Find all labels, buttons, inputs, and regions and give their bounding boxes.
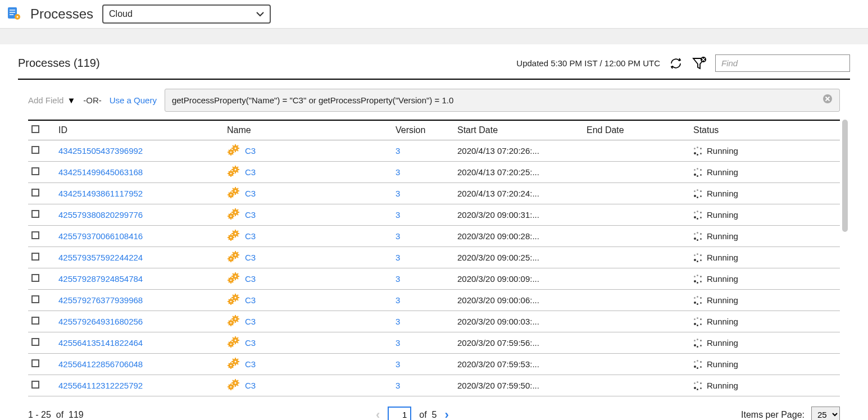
- spinner-icon: [693, 296, 702, 305]
- process-name-link[interactable]: C3: [245, 167, 256, 177]
- process-id-link[interactable]: 425579287924854784: [58, 274, 143, 284]
- process-version-link[interactable]: 3: [396, 274, 400, 284]
- find-input[interactable]: [715, 54, 850, 72]
- process-version-link[interactable]: 3: [396, 189, 400, 198]
- start-date: 2020/3/20 09:00:31:...: [454, 204, 583, 226]
- prev-page-button[interactable]: ‹: [376, 408, 380, 421]
- row-checkbox[interactable]: [31, 295, 39, 303]
- start-date: 2020/3/20 09:00:09:...: [454, 268, 583, 290]
- process-id-link[interactable]: 425564135141822464: [58, 338, 143, 348]
- end-date: [583, 204, 690, 226]
- process-id-link[interactable]: 425564122856706048: [58, 359, 143, 369]
- process-version-link[interactable]: 3: [396, 359, 400, 369]
- row-checkbox[interactable]: [31, 167, 39, 175]
- process-id-link[interactable]: 425579380820299776: [58, 210, 143, 220]
- row-checkbox[interactable]: [31, 317, 39, 325]
- of-pages-label: of 5: [419, 410, 437, 420]
- process-version-link[interactable]: 3: [396, 317, 400, 326]
- status-text: Running: [707, 317, 738, 326]
- process-version-link[interactable]: 3: [396, 253, 400, 262]
- status-text: Running: [707, 381, 738, 390]
- process-name-link[interactable]: C3: [245, 189, 256, 198]
- process-id-link[interactable]: 425579276377939968: [58, 295, 143, 305]
- process-version-link[interactable]: 3: [396, 146, 400, 156]
- processes-count: Processes (119): [18, 57, 100, 70]
- process-name-link[interactable]: C3: [245, 338, 256, 348]
- select-all-checkbox[interactable]: [31, 125, 39, 133]
- process-id-link[interactable]: 425579370066108416: [58, 231, 143, 241]
- row-checkbox[interactable]: [31, 338, 39, 346]
- status-text: Running: [707, 338, 738, 348]
- start-date: 2020/4/13 07:20:24:...: [454, 183, 583, 204]
- start-date: 2020/4/13 07:20:25:...: [454, 162, 583, 183]
- col-status[interactable]: Status: [690, 120, 840, 140]
- process-name-link[interactable]: C3: [245, 210, 256, 220]
- page-input[interactable]: [388, 407, 411, 420]
- process-name-link[interactable]: C3: [245, 253, 256, 262]
- scrollbar[interactable]: [842, 120, 848, 232]
- table-row: 434251493861117952 C3 3 2020/4/13 07:20:…: [28, 183, 840, 204]
- start-date: 2020/3/20 09:00:03:...: [454, 311, 583, 332]
- process-gears-icon: [227, 315, 240, 328]
- spinner-icon: [693, 275, 702, 284]
- status-text: Running: [707, 253, 738, 262]
- row-checkbox[interactable]: [31, 210, 39, 218]
- col-end[interactable]: End Date: [583, 120, 690, 140]
- process-name-link[interactable]: C3: [245, 359, 256, 369]
- start-date: 2020/3/20 09:00:06:...: [454, 290, 583, 311]
- col-name[interactable]: Name: [224, 120, 392, 140]
- row-checkbox[interactable]: [31, 381, 39, 389]
- use-query-link[interactable]: Use a Query: [110, 95, 157, 105]
- table-row: 425579276377939968 C3 3 2020/3/20 09:00:…: [28, 290, 840, 311]
- row-checkbox[interactable]: [31, 231, 39, 239]
- process-name-link[interactable]: C3: [245, 231, 256, 241]
- process-version-link[interactable]: 3: [396, 338, 400, 348]
- process-id-link[interactable]: 425564112312225792: [58, 381, 143, 390]
- col-version[interactable]: Version: [392, 120, 454, 140]
- process-id-link[interactable]: 434251499645063168: [58, 167, 143, 177]
- status-text: Running: [707, 295, 738, 305]
- start-date: 2020/3/20 09:00:25:...: [454, 247, 583, 268]
- col-id[interactable]: ID: [55, 120, 224, 140]
- process-version-link[interactable]: 3: [396, 210, 400, 220]
- process-id-link[interactable]: 434251493861117952: [58, 189, 143, 198]
- process-name-link[interactable]: C3: [245, 274, 256, 284]
- updated-timestamp: Updated 5:30 PM IST / 12:00 PM UTC: [516, 58, 660, 68]
- process-version-link[interactable]: 3: [396, 381, 400, 390]
- pager: ‹ of 5 ›: [376, 407, 449, 420]
- table-row: 425579287924854784 C3 3 2020/3/20 09:00:…: [28, 268, 840, 290]
- process-name-link[interactable]: C3: [245, 381, 256, 390]
- process-gears-icon: [227, 336, 240, 349]
- process-name-link[interactable]: C3: [245, 146, 256, 156]
- refresh-icon[interactable]: [669, 57, 683, 70]
- status-text: Running: [707, 359, 738, 369]
- next-page-button[interactable]: ›: [444, 408, 448, 421]
- col-start[interactable]: Start Date: [454, 120, 583, 140]
- row-checkbox[interactable]: [31, 189, 39, 197]
- process-version-link[interactable]: 3: [396, 295, 400, 305]
- process-version-link[interactable]: 3: [396, 231, 400, 241]
- process-name-link[interactable]: C3: [245, 317, 256, 326]
- table-row: 425579357592244224 C3 3 2020/3/20 09:00:…: [28, 247, 840, 268]
- items-per-page-select[interactable]: 25: [811, 407, 840, 420]
- process-gears-icon: [227, 251, 240, 264]
- process-name-link[interactable]: C3: [245, 295, 256, 305]
- process-id-link[interactable]: 425579357592244224: [58, 253, 143, 262]
- row-checkbox[interactable]: [31, 146, 39, 154]
- process-version-link[interactable]: 3: [396, 167, 400, 177]
- range-label: 1 - 25 of 119: [28, 410, 84, 420]
- add-field-button[interactable]: Add Field ▼: [28, 95, 75, 105]
- process-id-link[interactable]: 425579264931680256: [58, 317, 143, 326]
- process-id-link[interactable]: 434251505437396992: [58, 146, 143, 156]
- filter-icon[interactable]: [692, 56, 706, 71]
- end-date: [583, 354, 690, 375]
- environment-select[interactable]: Cloud: [102, 4, 271, 24]
- ipp-label: Items per Page:: [741, 410, 805, 420]
- row-checkbox[interactable]: [31, 274, 39, 282]
- row-checkbox[interactable]: [31, 253, 39, 261]
- query-input[interactable]: getProcessProperty("Name") = "C3" or get…: [165, 89, 840, 112]
- table-row: 425564112312225792 C3 3 2020/3/20 07:59:…: [28, 375, 840, 396]
- row-checkbox[interactable]: [31, 359, 39, 367]
- start-date: 2020/4/13 07:20:26:...: [454, 140, 583, 162]
- clear-query-icon[interactable]: [822, 94, 833, 107]
